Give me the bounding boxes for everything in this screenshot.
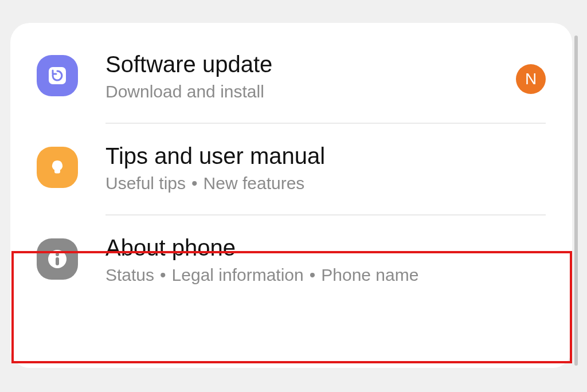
row-title: Tips and user manual [105,142,325,170]
row-text: Software update Download and install [105,50,272,102]
notification-badge: N [516,64,546,94]
svg-rect-0 [49,67,66,84]
about-phone-row[interactable]: About phone Status•Legal information•Pho… [10,234,572,312]
row-text: About phone Status•Legal information•Pho… [105,234,418,285]
row-text: Tips and user manual Useful tips•New fea… [105,142,325,194]
divider [105,214,546,215]
info-icon [37,238,78,280]
tips-manual-row[interactable]: Tips and user manual Useful tips•New fea… [10,142,572,214]
divider [105,123,546,124]
separator-dot: • [160,265,166,285]
row-title: Software update [105,50,272,78]
bulb-icon [37,147,78,188]
separator-dot: • [310,265,316,285]
row-subtitle: Useful tips•New features [105,173,325,194]
row-title: About phone [105,234,418,261]
row-subtitle: Status•Legal information•Phone name [105,265,418,285]
svg-point-2 [56,253,59,256]
row-subtitle: Download and install [105,81,272,102]
scrollbar[interactable] [574,36,578,366]
svg-rect-3 [56,257,59,265]
settings-card: Software update Download and install N T… [10,23,572,368]
separator-dot: • [191,173,198,194]
refresh-icon [37,55,78,96]
software-update-row[interactable]: Software update Download and install N [10,50,572,123]
